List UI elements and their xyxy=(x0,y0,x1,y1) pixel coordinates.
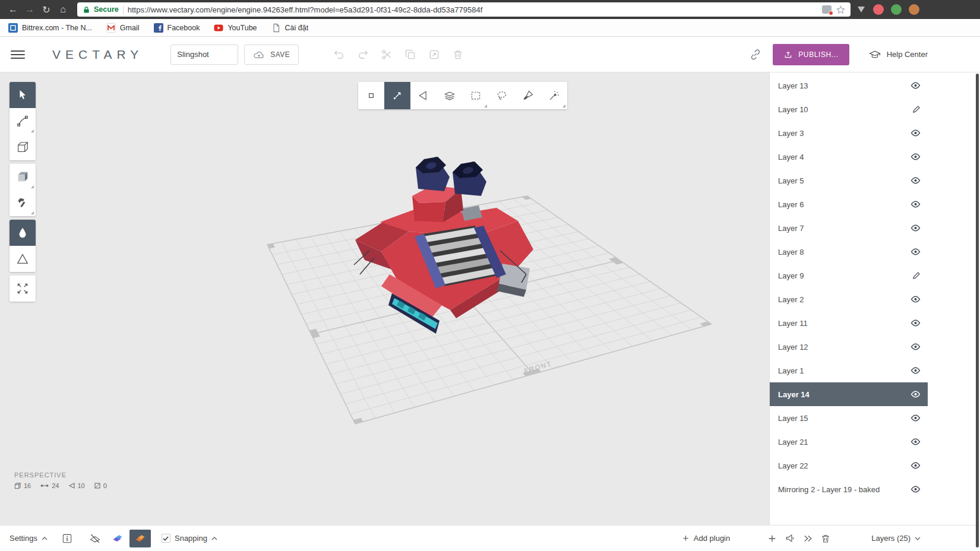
marquee-select-tool[interactable] xyxy=(463,82,489,109)
layer-row[interactable]: Layer 8 xyxy=(770,240,928,264)
move-to-layer-button[interactable] xyxy=(799,530,817,547)
undo-button[interactable] xyxy=(333,49,345,61)
eye-icon[interactable] xyxy=(911,82,921,89)
render-mode-color-button[interactable] xyxy=(107,530,128,547)
eye-icon[interactable] xyxy=(911,367,921,374)
forward-icon[interactable]: → xyxy=(21,2,38,17)
vertex-select-tool[interactable] xyxy=(358,82,384,109)
render-mode-baked-button[interactable] xyxy=(129,530,151,547)
brush-select-tool[interactable] xyxy=(515,82,541,109)
layer-row[interactable]: Layer 4 xyxy=(770,145,928,169)
eye-icon[interactable] xyxy=(911,224,921,232)
layer-row[interactable]: Layer 14 xyxy=(770,382,928,406)
pencil-icon[interactable] xyxy=(912,105,921,113)
magic-wand-tool[interactable] xyxy=(541,82,567,109)
solid-cube-tool[interactable] xyxy=(10,164,36,190)
extension-icon-4[interactable] xyxy=(909,4,919,15)
eye-icon[interactable] xyxy=(911,153,921,160)
layer-row[interactable]: Layer 15 xyxy=(770,406,928,430)
settings-button[interactable]: Settings xyxy=(10,534,48,543)
instance-button[interactable] xyxy=(428,49,440,61)
eye-icon[interactable] xyxy=(911,319,921,327)
eye-icon[interactable] xyxy=(911,129,921,137)
layer-row[interactable]: Layer 7 xyxy=(770,216,928,240)
layer-visibility-toggle[interactable] xyxy=(911,296,921,303)
layer-row[interactable]: Layer 2 xyxy=(770,287,928,311)
address-bar[interactable]: Secure https://www.vectary.com/engine/en… xyxy=(77,2,851,17)
primitive-cube-tool[interactable] xyxy=(10,134,36,160)
layer-visibility-toggle[interactable] xyxy=(911,367,921,374)
save-button[interactable]: SAVE xyxy=(244,45,299,65)
layer-row[interactable]: Layer 10 xyxy=(770,97,928,121)
layer-row[interactable]: Mirroring 2 - Layer 19 - baked xyxy=(770,477,928,501)
reload-icon[interactable]: ↻ xyxy=(38,2,55,17)
share-link-button[interactable] xyxy=(749,48,762,61)
bookmark-star-icon[interactable] xyxy=(836,5,846,15)
move-tool[interactable] xyxy=(384,82,410,109)
delete-button[interactable] xyxy=(452,49,464,61)
layer-row[interactable]: Layer 12 xyxy=(770,335,928,359)
layer-visibility-toggle[interactable] xyxy=(912,105,921,113)
eye-icon[interactable] xyxy=(911,438,921,445)
model-3d[interactable] xyxy=(354,157,533,334)
layer-visibility-toggle[interactable] xyxy=(911,248,921,255)
snapping-toggle[interactable]: Snapping xyxy=(162,534,217,543)
back-icon[interactable]: ← xyxy=(5,2,21,17)
eye-icon[interactable] xyxy=(911,343,921,350)
layer-visibility-toggle[interactable] xyxy=(911,177,921,184)
extension-icon-1[interactable] xyxy=(856,5,866,14)
layer-visibility-toggle[interactable] xyxy=(911,129,921,137)
render-mode-none-button[interactable] xyxy=(84,530,106,547)
bookmark-youtube[interactable]: YouTube xyxy=(214,23,257,33)
eye-icon[interactable] xyxy=(911,296,921,303)
pencil-icon[interactable] xyxy=(912,271,921,280)
lasso-select-tool[interactable] xyxy=(489,82,515,109)
layer-visibility-toggle[interactable] xyxy=(911,486,921,493)
layer-row[interactable]: Layer 3 xyxy=(770,121,928,145)
duplicate-button[interactable] xyxy=(404,49,416,61)
eye-icon[interactable] xyxy=(911,414,921,422)
publish-button[interactable]: PUBLISH... xyxy=(773,44,849,65)
bookmark-settings[interactable]: Cài đặt xyxy=(271,23,309,33)
pen-tool[interactable] xyxy=(10,108,36,134)
fit-view-tool[interactable] xyxy=(10,276,36,302)
extension-icon-3[interactable] xyxy=(891,4,902,15)
layer-row[interactable]: Layer 21 xyxy=(770,430,928,454)
layer-visibility-toggle[interactable] xyxy=(911,438,921,445)
eye-icon[interactable] xyxy=(911,486,921,493)
bookmark-facebook[interactable]: Facebook xyxy=(154,23,200,33)
layer-row[interactable]: Layer 1 xyxy=(770,359,928,382)
layer-visibility-toggle[interactable] xyxy=(911,319,921,327)
layers-count-button[interactable]: Layers (25) xyxy=(871,534,921,543)
layer-visibility-toggle[interactable] xyxy=(911,201,921,208)
layer-visibility-toggle[interactable] xyxy=(911,414,921,422)
layers-scrollbar[interactable] xyxy=(976,74,979,547)
delete-layer-button[interactable] xyxy=(817,530,834,547)
cut-button[interactable] xyxy=(381,49,393,61)
face-select-tool[interactable] xyxy=(410,82,437,109)
layer-visibility-toggle[interactable] xyxy=(911,153,921,160)
layer-row[interactable]: Layer 9 xyxy=(770,264,928,287)
eye-icon[interactable] xyxy=(911,462,921,469)
layer-visibility-toggle[interactable] xyxy=(911,343,921,350)
layer-row[interactable]: Layer 22 xyxy=(770,454,928,477)
layer-row[interactable]: Layer 11 xyxy=(770,311,928,335)
select-tool[interactable] xyxy=(10,82,36,108)
polygon-tool[interactable] xyxy=(10,246,36,272)
help-center-button[interactable]: Help Center xyxy=(868,49,928,61)
eye-icon[interactable] xyxy=(911,201,921,208)
layer-row[interactable]: Layer 5 xyxy=(770,169,928,192)
material-tool[interactable] xyxy=(10,220,36,246)
info-button[interactable] xyxy=(58,530,76,547)
announce-button[interactable] xyxy=(781,530,799,547)
layer-visibility-toggle[interactable] xyxy=(911,82,921,89)
bookmark-bittrex[interactable]: Bittrex.com - The N... xyxy=(8,23,92,33)
layer-visibility-toggle[interactable] xyxy=(911,224,921,232)
extension-icon-2[interactable] xyxy=(873,4,884,15)
redo-button[interactable] xyxy=(357,49,369,61)
layer-stack-tool[interactable] xyxy=(437,82,463,109)
modify-tool[interactable] xyxy=(10,190,36,216)
layer-row[interactable]: Layer 13 xyxy=(770,74,928,97)
menu-icon[interactable] xyxy=(11,50,25,59)
bookmark-gmail[interactable]: Gmail xyxy=(106,23,140,33)
